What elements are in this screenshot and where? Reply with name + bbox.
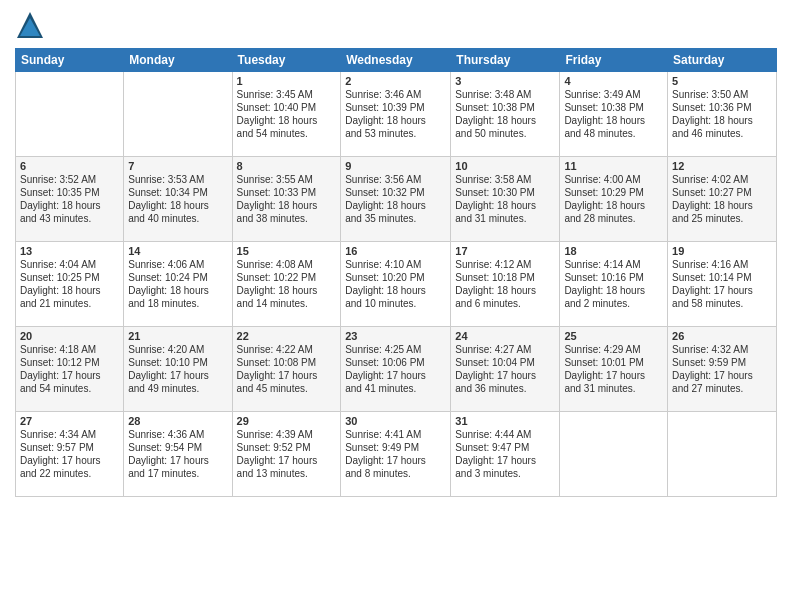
day-number: 24 xyxy=(455,330,555,342)
calendar-cell: 18Sunrise: 4:14 AMSunset: 10:16 PMDaylig… xyxy=(560,242,668,327)
day-info: Sunset: 10:20 PM xyxy=(345,271,446,284)
day-info: and 27 minutes. xyxy=(672,382,772,395)
day-info: Sunset: 10:14 PM xyxy=(672,271,772,284)
day-info: Sunrise: 3:56 AM xyxy=(345,173,446,186)
day-info: Sunset: 10:12 PM xyxy=(20,356,119,369)
day-number: 29 xyxy=(237,415,337,427)
day-info: and 10 minutes. xyxy=(345,297,446,310)
day-number: 27 xyxy=(20,415,119,427)
day-info: Sunrise: 3:45 AM xyxy=(237,88,337,101)
day-info: and 43 minutes. xyxy=(20,212,119,225)
weekday-header-wednesday: Wednesday xyxy=(341,49,451,72)
day-number: 5 xyxy=(672,75,772,87)
day-number: 6 xyxy=(20,160,119,172)
day-number: 20 xyxy=(20,330,119,342)
day-info: Daylight: 17 hours xyxy=(20,369,119,382)
day-number: 11 xyxy=(564,160,663,172)
day-info: and 2 minutes. xyxy=(564,297,663,310)
day-info: and 6 minutes. xyxy=(455,297,555,310)
day-info: Sunrise: 3:53 AM xyxy=(128,173,227,186)
day-info: Sunrise: 4:36 AM xyxy=(128,428,227,441)
calendar-cell: 11Sunrise: 4:00 AMSunset: 10:29 PMDaylig… xyxy=(560,157,668,242)
week-row-5: 27Sunrise: 4:34 AMSunset: 9:57 PMDayligh… xyxy=(16,412,777,497)
day-number: 13 xyxy=(20,245,119,257)
header xyxy=(15,10,777,40)
calendar-cell: 7Sunrise: 3:53 AMSunset: 10:34 PMDayligh… xyxy=(124,157,232,242)
day-info: and 45 minutes. xyxy=(237,382,337,395)
day-info: and 58 minutes. xyxy=(672,297,772,310)
day-info: Sunset: 10:22 PM xyxy=(237,271,337,284)
day-info: Sunset: 10:33 PM xyxy=(237,186,337,199)
day-number: 15 xyxy=(237,245,337,257)
day-info: and 54 minutes. xyxy=(237,127,337,140)
day-info: and 36 minutes. xyxy=(455,382,555,395)
calendar-cell: 28Sunrise: 4:36 AMSunset: 9:54 PMDayligh… xyxy=(124,412,232,497)
day-info: Daylight: 18 hours xyxy=(564,284,663,297)
day-info: and 40 minutes. xyxy=(128,212,227,225)
day-info: and 54 minutes. xyxy=(20,382,119,395)
day-info: Sunset: 10:27 PM xyxy=(672,186,772,199)
day-info: and 14 minutes. xyxy=(237,297,337,310)
day-info: Daylight: 17 hours xyxy=(345,369,446,382)
day-info: Sunrise: 4:00 AM xyxy=(564,173,663,186)
day-info: Sunset: 10:10 PM xyxy=(128,356,227,369)
week-row-1: 1Sunrise: 3:45 AMSunset: 10:40 PMDayligh… xyxy=(16,72,777,157)
day-info: Sunrise: 4:04 AM xyxy=(20,258,119,271)
day-info: Daylight: 17 hours xyxy=(455,454,555,467)
day-number: 7 xyxy=(128,160,227,172)
day-info: and 13 minutes. xyxy=(237,467,337,480)
calendar-cell: 19Sunrise: 4:16 AMSunset: 10:14 PMDaylig… xyxy=(668,242,777,327)
day-info: Sunrise: 4:27 AM xyxy=(455,343,555,356)
day-info: and 41 minutes. xyxy=(345,382,446,395)
logo xyxy=(15,10,49,40)
day-info: and 8 minutes. xyxy=(345,467,446,480)
day-info: Sunset: 10:40 PM xyxy=(237,101,337,114)
day-info: Sunset: 10:24 PM xyxy=(128,271,227,284)
day-info: Daylight: 18 hours xyxy=(237,284,337,297)
weekday-header-thursday: Thursday xyxy=(451,49,560,72)
day-info: Sunrise: 4:12 AM xyxy=(455,258,555,271)
day-info: and 31 minutes. xyxy=(564,382,663,395)
day-info: Daylight: 17 hours xyxy=(455,369,555,382)
day-number: 4 xyxy=(564,75,663,87)
weekday-header-tuesday: Tuesday xyxy=(232,49,341,72)
calendar-cell: 29Sunrise: 4:39 AMSunset: 9:52 PMDayligh… xyxy=(232,412,341,497)
calendar-cell: 13Sunrise: 4:04 AMSunset: 10:25 PMDaylig… xyxy=(16,242,124,327)
calendar-cell: 14Sunrise: 4:06 AMSunset: 10:24 PMDaylig… xyxy=(124,242,232,327)
calendar-cell: 23Sunrise: 4:25 AMSunset: 10:06 PMDaylig… xyxy=(341,327,451,412)
weekday-header-saturday: Saturday xyxy=(668,49,777,72)
day-info: Sunset: 9:47 PM xyxy=(455,441,555,454)
day-info: Sunrise: 3:55 AM xyxy=(237,173,337,186)
day-info: Sunset: 10:01 PM xyxy=(564,356,663,369)
calendar-cell xyxy=(16,72,124,157)
calendar-cell: 30Sunrise: 4:41 AMSunset: 9:49 PMDayligh… xyxy=(341,412,451,497)
day-info: Sunrise: 4:22 AM xyxy=(237,343,337,356)
day-info: Daylight: 18 hours xyxy=(455,199,555,212)
day-info: Sunrise: 3:50 AM xyxy=(672,88,772,101)
calendar-table: SundayMondayTuesdayWednesdayThursdayFrid… xyxy=(15,48,777,497)
day-number: 3 xyxy=(455,75,555,87)
day-number: 28 xyxy=(128,415,227,427)
day-info: Daylight: 18 hours xyxy=(237,114,337,127)
day-info: Daylight: 17 hours xyxy=(237,369,337,382)
calendar-cell: 26Sunrise: 4:32 AMSunset: 9:59 PMDayligh… xyxy=(668,327,777,412)
day-info: Daylight: 17 hours xyxy=(672,369,772,382)
day-info: Sunset: 10:34 PM xyxy=(128,186,227,199)
calendar-cell: 9Sunrise: 3:56 AMSunset: 10:32 PMDayligh… xyxy=(341,157,451,242)
logo-icon xyxy=(15,10,45,40)
calendar-cell: 4Sunrise: 3:49 AMSunset: 10:38 PMDayligh… xyxy=(560,72,668,157)
weekday-header-row: SundayMondayTuesdayWednesdayThursdayFrid… xyxy=(16,49,777,72)
day-number: 1 xyxy=(237,75,337,87)
day-number: 10 xyxy=(455,160,555,172)
day-info: and 18 minutes. xyxy=(128,297,227,310)
calendar-cell: 1Sunrise: 3:45 AMSunset: 10:40 PMDayligh… xyxy=(232,72,341,157)
day-info: and 25 minutes. xyxy=(672,212,772,225)
calendar-cell: 8Sunrise: 3:55 AMSunset: 10:33 PMDayligh… xyxy=(232,157,341,242)
day-info: Sunrise: 4:02 AM xyxy=(672,173,772,186)
calendar-cell xyxy=(560,412,668,497)
day-info: and 22 minutes. xyxy=(20,467,119,480)
week-row-2: 6Sunrise: 3:52 AMSunset: 10:35 PMDayligh… xyxy=(16,157,777,242)
day-info: Daylight: 17 hours xyxy=(237,454,337,467)
day-info: Daylight: 18 hours xyxy=(455,284,555,297)
day-info: Sunrise: 4:08 AM xyxy=(237,258,337,271)
